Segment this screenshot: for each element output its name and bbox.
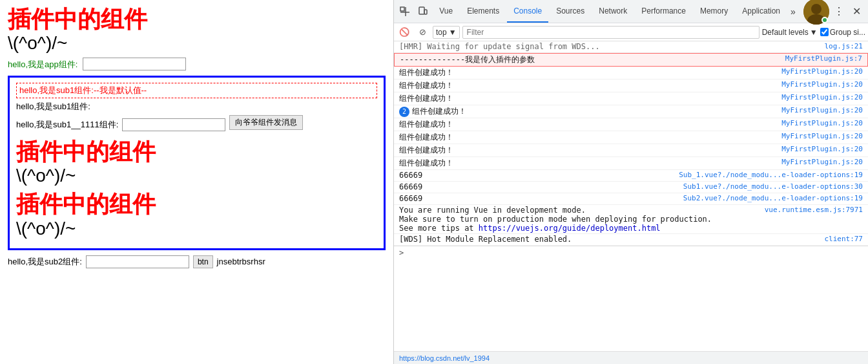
plugin-title-2: 插件中的组件 [16,138,377,166]
console-source[interactable]: MyFirstPlugin.js:20 [781,80,863,89]
default-levels-dropdown-icon: ▼ [810,28,818,37]
console-line-6: 组件创建成功！ MyFirstPlugin.js:20 [394,131,868,144]
sub1-input[interactable] [122,118,225,131]
tab-performance[interactable]: Performance [635,0,692,23]
console-output[interactable]: [HMR] Waiting for update signal from WDS… [394,41,868,351]
console-msg: 组件创建成功！ [399,67,776,78]
sub1-send-btn[interactable]: 向爷爷组件发消息 [229,115,303,130]
plugin-title-3: 插件中的组件 [16,190,377,218]
console-msg: [WDS] Hot Module Replacement enabled. [399,235,819,244]
console-msg: 组件创建成功！ [399,145,776,156]
console-line-66669-3: 66669 Sub2.vue?./node_modu...e-loader-op… [394,193,868,205]
console-line-plugin-param: --------------我是传入插件的参数 MyFirstPlugin.js… [394,53,868,67]
settings-icon[interactable]: ⋮ [831,3,847,21]
console-input-row: > [394,246,868,259]
console-msg: --------------我是传入插件的参数 [400,54,780,65]
console-source[interactable]: MyFirstPlugin.js:7 [785,54,862,63]
sub1-row-label: hello,我是sub1__1111组件: [16,119,118,131]
console-line-3: 组件创建成功！ MyFirstPlugin.js:20 [394,92,868,105]
console-msg: 66669 [399,171,674,180]
tab-console[interactable]: Console [507,0,548,23]
svg-rect-4 [424,10,427,14]
group-similar-toggle[interactable] [820,28,829,36]
console-msg: 2组件创建成功！ [399,106,776,117]
tab-application[interactable]: Application [736,0,787,23]
console-source[interactable]: MyFirstPlugin.js:20 [781,106,863,114]
badge-count: 2 [399,107,409,117]
console-source[interactable]: MyFirstPlugin.js:20 [781,132,863,140]
device-icon[interactable] [415,3,431,21]
sub2-btn[interactable]: btn [193,255,213,268]
svg-point-6 [811,4,822,14]
group-similar-checkbox[interactable]: Group si... [820,28,865,37]
plugin-sub-2: \(^o^)/~ [16,166,377,186]
clear-console-icon[interactable]: 🚫 [397,25,412,40]
console-line-66669-2: 66669 Sub1.vue?./node_modu...e-loader-op… [394,182,868,193]
bottom-url[interactable]: https://blog.csdn.net/lv_1994 [399,354,490,362]
console-line-8: 组件创建成功！ MyFirstPlugin.js:20 [394,157,868,170]
devtools-panel: Vue Elements Console Sources Network Per… [394,0,868,364]
tab-memory[interactable]: Memory [694,0,734,23]
context-dropdown-icon: ▼ [449,28,457,37]
console-line-1: 组件创建成功！ MyFirstPlugin.js:20 [394,67,868,80]
console-source[interactable]: MyFirstPlugin.js:20 [781,67,863,76]
tab-vue[interactable]: Vue [433,0,459,23]
console-line-badge: 2组件创建成功！ MyFirstPlugin.js:20 [394,105,868,118]
sub2-input[interactable] [86,255,189,268]
plugin-sub-3: \(^o^)/~ [16,219,377,239]
console-source[interactable]: log.js:21 [824,42,863,50]
sub2-text: jnsebtrbsrhsr [217,257,265,266]
left-panel: 插件中的组件 \(^o^)/~ hello,我是app组件: hello,我是s… [0,0,394,364]
console-msg: 66669 [399,194,678,203]
console-line-vue-dev: You are running Vue in development mode.… [394,205,868,234]
console-msg: 组件创建成功！ [399,119,776,130]
console-msg: 66669 [399,182,678,191]
console-msg: [HMR] Waiting for update signal from WDS… [399,42,819,51]
tab-elements[interactable]: Elements [460,0,506,23]
inspect-icon[interactable] [397,3,413,21]
app-input[interactable] [83,58,186,70]
console-source[interactable]: Sub2.vue?./node_modu...e-loader-options:… [683,194,863,202]
close-devtools-icon[interactable]: ✕ [849,3,865,21]
sub2-row: hello,我是sub2组件: btn jnsebtrbsrhsr [8,255,386,268]
plugin-title-1: 插件中的组件 [8,5,386,33]
console-msg: 组件创建成功！ [399,80,776,91]
console-source[interactable]: client:77 [824,235,863,243]
plugin-sub-1: \(^o^)/~ [8,33,386,54]
vue-deployment-link[interactable]: https://vuejs.org/guide/deployment.html [479,224,661,233]
filter-input[interactable] [462,26,760,39]
console-line-66669-1: 66669 Sub_1.vue?./node_modu...e-loader-o… [394,170,868,182]
avatar-container [801,0,829,25]
console-prompt-icon: > [399,248,404,257]
console-line-5: 组件创建成功！ MyFirstPlugin.js:20 [394,118,868,131]
console-source[interactable]: MyFirstPlugin.js:20 [781,145,863,153]
console-source[interactable]: vue.runtime.esm.js:7971 [765,206,863,214]
sub1-label: hello,我是sub1组件: [16,101,377,112]
tab-sources[interactable]: Sources [550,0,591,23]
console-line-hmr: [HMR] Waiting for update signal from WDS… [394,41,868,53]
sub1-row: hello,我是sub1__1111组件: 向爷爷组件发消息 [16,115,377,134]
blue-border-box: hello,我是sub1组件:--我是默认值-- hello,我是sub1组件:… [8,76,386,250]
tab-network[interactable]: Network [592,0,634,23]
svg-rect-3 [419,7,424,14]
app-label-text: hello,我是app组件: [8,59,78,69]
console-source[interactable]: MyFirstPlugin.js:20 [781,93,863,102]
more-tabs-icon[interactable]: » [788,6,798,17]
console-source[interactable]: MyFirstPlugin.js:20 [781,119,863,127]
console-line-wds: [WDS] Hot Module Replacement enabled. cl… [394,234,868,246]
console-msg: 组件创建成功！ [399,158,776,169]
sub1-default-text: hello,我是sub1组件:--我是默认值-- [16,83,377,98]
console-source[interactable]: MyFirstPlugin.js:20 [781,158,863,166]
bottom-bar[interactable]: https://blog.csdn.net/lv_1994 [394,351,868,364]
console-line-7: 组件创建成功！ MyFirstPlugin.js:20 [394,144,868,157]
app-label-row: hello,我是app组件: [8,58,386,70]
console-source[interactable]: Sub1.vue?./node_modu...e-loader-options:… [683,182,863,191]
filter-icon[interactable]: ⊘ [415,25,430,40]
console-source[interactable]: Sub_1.vue?./node_modu...e-loader-options… [679,171,863,179]
default-levels-selector[interactable]: Default levels ▼ [762,28,818,37]
context-selector[interactable]: top ▼ [433,26,460,39]
console-line-2: 组件创建成功！ MyFirstPlugin.js:20 [394,80,868,92]
online-dot [822,17,828,23]
console-toolbar: 🚫 ⊘ top ▼ Default levels ▼ Group si... [394,23,868,41]
sub2-label: hello,我是sub2组件: [8,256,82,268]
